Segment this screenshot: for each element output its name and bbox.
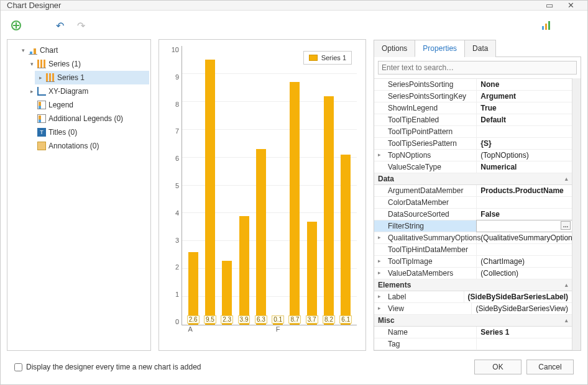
collapse-icon[interactable]: ▴ [565, 317, 568, 324]
prop-value[interactable]: (QualitativeSummaryOptions) [477, 232, 572, 243]
tab-properties[interactable]: Properties [415, 40, 465, 57]
prop-value[interactable]: Default [477, 114, 572, 125]
prop-name: ToolTipPointPattern [388, 127, 452, 136]
prop-tooltipseriespattern[interactable]: ToolTipSeriesPattern{S} [374, 138, 572, 150]
y-tick: 8 [175, 101, 179, 108]
display-on-add-checkbox[interactable]: Display the designer every time a new ch… [14, 363, 469, 371]
ellipsis-button[interactable]: … [561, 221, 571, 230]
prop-tag[interactable]: Tag [374, 338, 572, 350]
display-on-add-input[interactable] [14, 363, 22, 371]
y-tick: 7 [175, 127, 179, 135]
collapse-icon[interactable]: ▴ [565, 282, 568, 288]
prop-value[interactable]: … [476, 220, 572, 232]
expander-icon[interactable]: ▸ [37, 71, 44, 84]
prop-seriespointssorting[interactable]: SeriesPointsSortingNone [374, 79, 572, 91]
prop-value[interactable] [477, 126, 572, 137]
y-tick: 0 [175, 318, 179, 325]
maximize-button[interactable]: ▭ [539, 1, 560, 10]
expand-icon[interactable]: ▸ [378, 293, 381, 299]
prop-category-elements[interactable]: Elements▴ [374, 279, 572, 291]
search-input[interactable] [378, 61, 577, 75]
expand-icon[interactable]: ▸ [378, 234, 381, 240]
tree-item-series-1[interactable]: ▸Series 1 [35, 71, 149, 84]
prop-valuedatamembers[interactable]: ▸ValueDataMembers(Collection) [374, 268, 572, 279]
tab-options[interactable]: Options [374, 40, 415, 57]
prop-value[interactable] [477, 244, 572, 255]
tree-item-series-1-[interactable]: ▾Series (1) [26, 57, 149, 71]
property-grid[interactable]: SeriesPointsSortingNoneSeriesPointsSorti… [374, 78, 572, 350]
tree-item-xy-diagram[interactable]: ▸XY-Diagram [26, 84, 149, 98]
bar-label: 3.7 [306, 315, 318, 324]
prop-name: ToolTipHintDataMember [388, 245, 468, 254]
prop-qualitativesummaryoptions[interactable]: ▸QualitativeSummaryOptions(QualitativeSu… [374, 232, 572, 244]
prop-value[interactable]: Argument [477, 91, 572, 102]
bar-A: 2.6 [188, 252, 198, 325]
bars-icon [542, 21, 552, 30]
prop-value[interactable]: (TopNOptions) [477, 150, 572, 161]
ok-button[interactable]: OK [474, 360, 521, 374]
tree-panel: ▾Chart▾Series (1)▸Series 1▸XY-DiagramLeg… [7, 39, 151, 351]
prop-value[interactable]: (SideBySideBarSeriesView) [472, 303, 572, 314]
prop-tooltiphintdatamember[interactable]: ToolTipHintDataMember [374, 244, 572, 256]
prop-value[interactable]: {S} [477, 138, 572, 149]
redo-button[interactable]: ↷ [74, 19, 88, 32]
expander-icon[interactable]: ▸ [29, 85, 35, 97]
chart-type-button[interactable] [540, 19, 554, 32]
prop-value[interactable]: None [477, 79, 572, 90]
expander-icon[interactable]: ▾ [29, 58, 35, 70]
tree-label: Titles (0) [48, 126, 77, 138]
tree-item-annotations-0-[interactable]: Annotations (0) [26, 139, 149, 153]
tree-item-chart[interactable]: ▾Chart [17, 43, 149, 57]
prop-filterstring[interactable]: FilterString… [374, 220, 572, 232]
undo-button[interactable]: ↶ [53, 19, 67, 32]
prop-name: SeriesPointsSorting [388, 80, 453, 89]
prop-datasourcesorted[interactable]: DataSourceSortedFalse [374, 209, 572, 220]
prop-value[interactable]: Products.ProductName [477, 185, 572, 196]
collapse-icon[interactable]: ▴ [565, 176, 568, 182]
prop-name[interactable]: NameSeries 1 [374, 327, 572, 338]
expand-icon[interactable]: ▸ [378, 258, 381, 264]
prop-label[interactable]: ▸Label(SideBySideBarSeriesLabel) [374, 291, 572, 303]
prop-value[interactable] [477, 197, 572, 208]
expand-icon[interactable]: ▸ [378, 270, 381, 276]
prop-name: ValueScaleType [388, 163, 441, 171]
prop-value[interactable]: True [477, 102, 572, 114]
prop-value[interactable]: (Collection) [477, 268, 572, 279]
prop-name: TopNOptions [388, 151, 431, 160]
prop-value[interactable]: Series 1 [477, 327, 572, 338]
tree-item-additional-legends-0-[interactable]: Additional Legends (0) [26, 112, 149, 125]
prop-category-misc[interactable]: Misc▴ [374, 315, 572, 327]
expand-icon[interactable]: ▸ [378, 305, 381, 311]
scrollbar[interactable] [572, 78, 581, 350]
prop-value[interactable]: (ChartImage) [477, 256, 572, 267]
right-panel: OptionsPropertiesData SeriesPointsSortin… [374, 39, 581, 351]
prop-showinlegend[interactable]: ShowInLegendTrue [374, 102, 572, 114]
prop-colordatamember[interactable]: ColorDataMember [374, 197, 572, 209]
chart-tree[interactable]: ▾Chart▾Series (1)▸Series 1▸XY-DiagramLeg… [9, 43, 149, 153]
prop-valuescaletype[interactable]: ValueScaleTypeNumerical [374, 161, 572, 173]
x-axis: AF [165, 325, 357, 338]
tree-item-titles-0-[interactable]: TTitles (0) [26, 125, 149, 139]
chart-legend: Series 1 [303, 51, 352, 65]
close-button[interactable]: ✕ [560, 1, 581, 10]
prop-category-data[interactable]: Data▴ [374, 173, 572, 185]
prop-value[interactable] [477, 338, 572, 350]
tree-item-legend[interactable]: Legend [26, 98, 149, 112]
prop-value[interactable]: Numerical [477, 161, 572, 173]
prop-seriespointssortingkey[interactable]: SeriesPointsSortingKeyArgument [374, 91, 572, 102]
prop-tooltippointpattern[interactable]: ToolTipPointPattern [374, 126, 572, 138]
x-tick: F [269, 325, 287, 338]
expander-icon[interactable]: ▾ [20, 44, 26, 57]
prop-tooltipenabled[interactable]: ToolTipEnabledDefault [374, 114, 572, 126]
expand-icon[interactable]: ▸ [378, 152, 381, 158]
prop-topnoptions[interactable]: ▸TopNOptions(TopNOptions) [374, 150, 572, 161]
prop-value[interactable]: (SideBySideBarSeriesLabel) [464, 291, 572, 302]
add-button[interactable] [9, 19, 23, 32]
prop-tooltipimage[interactable]: ▸ToolTipImage(ChartImage) [374, 256, 572, 268]
prop-name: View [388, 304, 404, 313]
prop-value[interactable]: False [477, 209, 572, 220]
prop-argumentdatamember[interactable]: ArgumentDataMemberProducts.ProductName [374, 185, 572, 197]
prop-view[interactable]: ▸View(SideBySideBarSeriesView) [374, 303, 572, 315]
tab-data[interactable]: Data [464, 40, 496, 57]
cancel-button[interactable]: Cancel [526, 360, 574, 374]
